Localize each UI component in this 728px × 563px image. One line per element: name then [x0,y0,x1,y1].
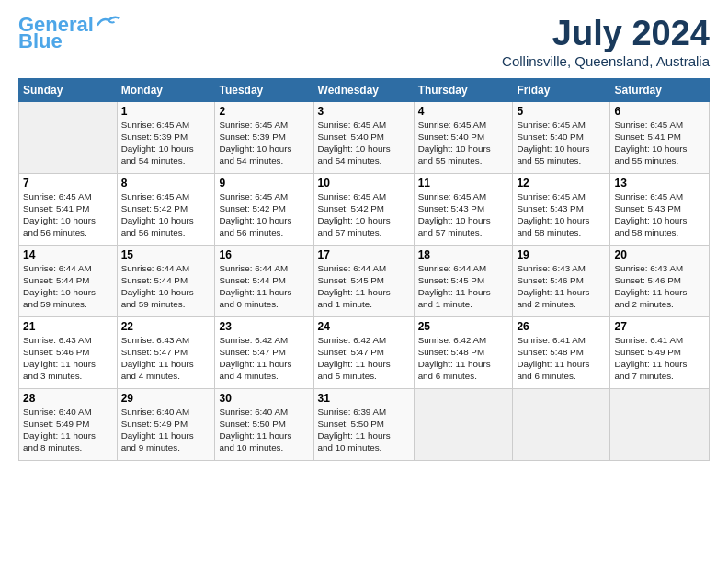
calendar-table: Sunday Monday Tuesday Wednesday Thursday… [18,78,710,461]
calendar-week-row: 28Sunrise: 6:40 AMSunset: 5:49 PMDayligh… [19,388,710,460]
day-number: 27 [614,320,705,333]
day-info: Sunrise: 6:40 AMSunset: 5:49 PMDaylight:… [121,406,211,454]
day-info: Sunrise: 6:45 AMSunset: 5:43 PMDaylight:… [614,190,705,239]
day-info: Sunrise: 6:40 AMSunset: 5:49 PMDaylight:… [23,406,113,454]
month-title: July 2024 [502,15,710,53]
day-number: 3 [318,105,410,118]
day-info: Sunrise: 6:42 AMSunset: 5:48 PMDaylight:… [418,334,509,383]
day-info: Sunrise: 6:44 AMSunset: 5:45 PMDaylight:… [418,262,509,311]
day-number: 22 [121,320,211,333]
logo-bird-icon [96,13,121,29]
table-row: 16Sunrise: 6:44 AMSunset: 5:44 PMDayligh… [215,245,313,316]
day-number: 12 [517,177,606,190]
day-number: 23 [219,320,309,333]
table-row [414,388,513,460]
day-info: Sunrise: 6:40 AMSunset: 5:50 PMDaylight:… [219,406,309,454]
table-row: 22Sunrise: 6:43 AMSunset: 5:47 PMDayligh… [117,316,215,388]
day-info: Sunrise: 6:45 AMSunset: 5:41 PMDaylight:… [23,190,113,239]
table-row: 31Sunrise: 6:39 AMSunset: 5:50 PMDayligh… [313,388,414,460]
day-info: Sunrise: 6:43 AMSunset: 5:46 PMDaylight:… [23,334,113,383]
day-info: Sunrise: 6:45 AMSunset: 5:40 PMDaylight:… [418,119,509,167]
header-thursday: Thursday [414,78,513,101]
location: Collinsville, Queensland, Australia [502,53,710,69]
day-number: 10 [318,177,410,190]
table-row: 7Sunrise: 6:45 AMSunset: 5:41 PMDaylight… [19,173,118,245]
calendar-week-row: 21Sunrise: 6:43 AMSunset: 5:46 PMDayligh… [19,316,710,388]
table-row: 8Sunrise: 6:45 AMSunset: 5:42 PMDaylight… [117,173,215,245]
day-info: Sunrise: 6:42 AMSunset: 5:47 PMDaylight:… [219,334,309,383]
day-info: Sunrise: 6:45 AMSunset: 5:43 PMDaylight:… [517,190,606,239]
logo: General Blue [18,15,121,52]
header-tuesday: Tuesday [215,78,313,101]
day-number: 7 [23,177,113,190]
table-row: 12Sunrise: 6:45 AMSunset: 5:43 PMDayligh… [513,173,610,245]
day-number: 6 [614,105,705,118]
calendar-header-row: Sunday Monday Tuesday Wednesday Thursday… [19,78,710,101]
header-monday: Monday [117,78,215,101]
table-row [19,101,118,173]
day-info: Sunrise: 6:45 AMSunset: 5:40 PMDaylight:… [318,119,410,167]
day-number: 8 [121,177,211,190]
table-row: 21Sunrise: 6:43 AMSunset: 5:46 PMDayligh… [19,316,118,388]
day-number: 21 [23,320,113,333]
logo-blue: Blue [18,31,63,52]
day-info: Sunrise: 6:45 AMSunset: 5:40 PMDaylight:… [517,119,606,167]
day-info: Sunrise: 6:45 AMSunset: 5:41 PMDaylight:… [614,119,705,167]
table-row: 19Sunrise: 6:43 AMSunset: 5:46 PMDayligh… [513,245,610,316]
day-number: 20 [614,248,705,261]
day-number: 17 [318,248,410,261]
page-header: General Blue July 2024 Collinsville, Que… [18,15,710,69]
header-wednesday: Wednesday [313,78,414,101]
table-row: 29Sunrise: 6:40 AMSunset: 5:49 PMDayligh… [117,388,215,460]
day-info: Sunrise: 6:45 AMSunset: 5:39 PMDaylight:… [121,119,211,167]
day-number: 29 [121,392,211,405]
calendar-week-row: 1Sunrise: 6:45 AMSunset: 5:39 PMDaylight… [19,101,710,173]
day-info: Sunrise: 6:45 AMSunset: 5:42 PMDaylight:… [318,190,410,239]
day-info: Sunrise: 6:39 AMSunset: 5:50 PMDaylight:… [318,406,410,454]
day-number: 4 [418,105,509,118]
day-number: 31 [318,392,410,405]
day-number: 26 [517,320,606,333]
header-friday: Friday [513,78,610,101]
table-row: 3Sunrise: 6:45 AMSunset: 5:40 PMDaylight… [313,101,414,173]
day-number: 16 [219,248,309,261]
table-row: 28Sunrise: 6:40 AMSunset: 5:49 PMDayligh… [19,388,118,460]
day-number: 30 [219,392,309,405]
day-info: Sunrise: 6:45 AMSunset: 5:42 PMDaylight:… [121,190,211,239]
day-number: 18 [418,248,509,261]
title-section: July 2024 Collinsville, Queensland, Aust… [502,15,710,69]
day-info: Sunrise: 6:42 AMSunset: 5:47 PMDaylight:… [318,334,410,383]
day-info: Sunrise: 6:44 AMSunset: 5:44 PMDaylight:… [219,262,309,311]
day-number: 19 [517,248,606,261]
table-row [610,388,710,460]
day-number: 11 [418,177,509,190]
header-sunday: Sunday [19,78,118,101]
day-info: Sunrise: 6:44 AMSunset: 5:44 PMDaylight:… [121,262,211,311]
calendar-week-row: 14Sunrise: 6:44 AMSunset: 5:44 PMDayligh… [19,245,710,316]
day-info: Sunrise: 6:44 AMSunset: 5:45 PMDaylight:… [318,262,410,311]
table-row: 25Sunrise: 6:42 AMSunset: 5:48 PMDayligh… [414,316,513,388]
table-row: 27Sunrise: 6:41 AMSunset: 5:49 PMDayligh… [610,316,710,388]
table-row: 17Sunrise: 6:44 AMSunset: 5:45 PMDayligh… [313,245,414,316]
header-saturday: Saturday [610,78,710,101]
day-number: 15 [121,248,211,261]
day-info: Sunrise: 6:43 AMSunset: 5:46 PMDaylight:… [614,262,705,311]
table-row: 30Sunrise: 6:40 AMSunset: 5:50 PMDayligh… [215,388,313,460]
table-row: 5Sunrise: 6:45 AMSunset: 5:40 PMDaylight… [513,101,610,173]
day-number: 13 [614,177,705,190]
day-info: Sunrise: 6:44 AMSunset: 5:44 PMDaylight:… [23,262,113,311]
day-number: 25 [418,320,509,333]
day-info: Sunrise: 6:43 AMSunset: 5:46 PMDaylight:… [517,262,606,311]
table-row: 18Sunrise: 6:44 AMSunset: 5:45 PMDayligh… [414,245,513,316]
day-info: Sunrise: 6:45 AMSunset: 5:39 PMDaylight:… [219,119,309,167]
day-info: Sunrise: 6:41 AMSunset: 5:49 PMDaylight:… [614,334,705,383]
table-row: 26Sunrise: 6:41 AMSunset: 5:48 PMDayligh… [513,316,610,388]
day-info: Sunrise: 6:45 AMSunset: 5:43 PMDaylight:… [418,190,509,239]
day-number: 5 [517,105,606,118]
table-row: 24Sunrise: 6:42 AMSunset: 5:47 PMDayligh… [313,316,414,388]
table-row: 10Sunrise: 6:45 AMSunset: 5:42 PMDayligh… [313,173,414,245]
table-row: 4Sunrise: 6:45 AMSunset: 5:40 PMDaylight… [414,101,513,173]
day-info: Sunrise: 6:43 AMSunset: 5:47 PMDaylight:… [121,334,211,383]
table-row: 6Sunrise: 6:45 AMSunset: 5:41 PMDaylight… [610,101,710,173]
table-row: 23Sunrise: 6:42 AMSunset: 5:47 PMDayligh… [215,316,313,388]
